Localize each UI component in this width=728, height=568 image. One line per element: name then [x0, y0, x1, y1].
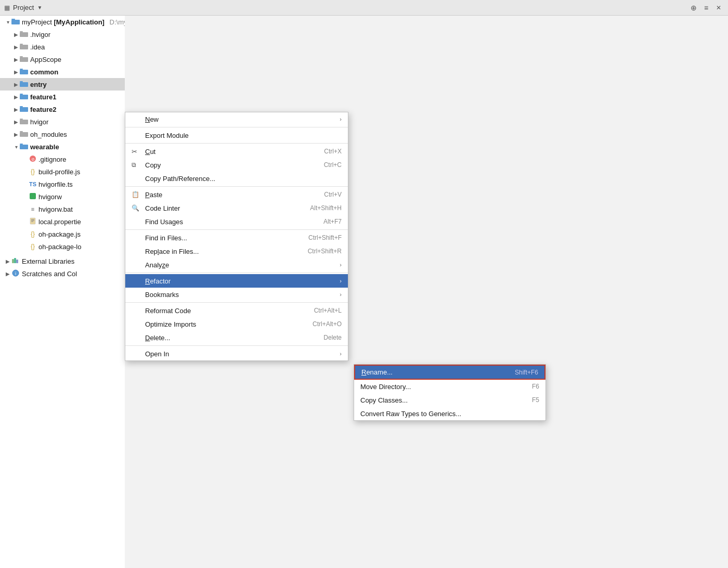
tree-item-appscope[interactable]: ▶ AppScope — [0, 53, 125, 66]
new-label: New — [145, 115, 335, 123]
submenu-item-move-dir[interactable]: Move Directory... F6 — [354, 380, 545, 393]
menu-item-replace-files[interactable]: Replace in Files... Ctrl+Shift+R — [125, 244, 348, 258]
feature1-label: feature1 — [30, 93, 57, 101]
menu-item-find-usages[interactable]: Find Usages Alt+F7 — [125, 215, 348, 228]
tree-item-local-props[interactable]: local.propertie — [0, 215, 125, 228]
panel-title: Project — [13, 4, 34, 11]
menu-item-delete[interactable]: Delete... Delete — [125, 331, 348, 344]
menu-item-bookmarks[interactable]: Bookmarks › — [125, 288, 348, 301]
menu-item-new[interactable]: New › — [125, 112, 348, 126]
root-chevron: ▾ — [4, 18, 11, 25]
delete-label: Delete... — [145, 334, 303, 342]
wearable-folder-icon — [20, 143, 28, 151]
hvigorw-label: hvigorw — [38, 193, 62, 201]
tree-item-wearable[interactable]: ▾ wearable — [0, 140, 125, 153]
reformat-shortcut: Ctrl+Alt+L — [314, 307, 342, 314]
svg-rect-5 — [20, 45, 28, 49]
tree-item-build-profile[interactable]: {} build-profile.js — [0, 165, 125, 178]
oh-modules-folder-icon — [20, 130, 28, 138]
menu-item-optimize[interactable]: Optimize Imports Ctrl+Alt+O — [125, 317, 348, 331]
submenu-item-rename[interactable]: Rename... Shift+F6 — [354, 365, 545, 380]
svg-rect-0 — [11, 19, 15, 20]
hvigor-folder-icon — [20, 30, 28, 38]
tree-item-common[interactable]: ▶ common — [0, 66, 125, 78]
feature2-chevron: ▶ — [12, 106, 20, 113]
tree-item-oh-modules[interactable]: ▶ oh_modules — [0, 128, 125, 140]
copy-path-label: Copy Path/Reference... — [145, 175, 342, 183]
submenu-item-convert-raw[interactable]: Convert Raw Types to Generics... — [354, 407, 545, 420]
local-props-label: local.propertie — [38, 218, 81, 226]
submenu-item-copy-classes[interactable]: Copy Classes... F5 — [354, 393, 545, 407]
tree-item-hvigorfile[interactable]: TS hvigorfile.ts — [0, 178, 125, 190]
sep-7 — [125, 345, 348, 346]
menu-item-paste[interactable]: 📋 Paste Ctrl+V — [125, 188, 348, 201]
tree-item-hvigorw-bat[interactable]: ≡ hvigorw.bat — [0, 203, 125, 215]
build-profile-label: build-profile.js — [38, 168, 80, 176]
svg-rect-2 — [20, 31, 23, 32]
refactor-label: Refactor — [145, 277, 335, 285]
tree-item-hvigor2[interactable]: ▶ hvigor — [0, 115, 125, 128]
ext-libs-icon — [11, 257, 20, 265]
menu-item-cut[interactable]: ✂ Cut Ctrl+X — [125, 145, 348, 158]
svg-rect-29 — [12, 259, 14, 263]
feature2-folder-icon — [20, 105, 28, 113]
close-icon[interactable]: ✕ — [713, 3, 724, 13]
tree-item-idea[interactable]: ▶ .idea — [0, 41, 125, 53]
menu-item-reformat[interactable]: Reformat Code Ctrl+Alt+L — [125, 304, 348, 317]
idea-chevron: ▶ — [12, 43, 20, 50]
hvigor-label: .hvigor — [30, 31, 50, 38]
open-in-label: Open In — [145, 350, 335, 358]
analyze-arrow: › — [340, 262, 342, 268]
common-folder-icon — [20, 68, 28, 76]
common-chevron: ▶ — [12, 68, 20, 75]
svg-rect-31 — [16, 260, 18, 263]
oh-modules-label: oh_modules — [30, 131, 67, 138]
sep-3 — [125, 186, 348, 187]
panel-dropdown-icon[interactable]: ▼ — [37, 5, 42, 10]
copy-classes-label: Copy Classes... — [360, 396, 522, 404]
svg-rect-11 — [20, 82, 28, 87]
svg-rect-25 — [30, 218, 35, 224]
tree-item-feature2[interactable]: ▶ feature2 — [0, 103, 125, 115]
tree-item-external-libs[interactable]: ▶ External Libraries — [0, 255, 125, 267]
svg-rect-17 — [20, 120, 28, 124]
menu-item-copy[interactable]: ⧉ Copy Ctrl+C — [125, 158, 348, 172]
scratches-label: Scratches and Col — [22, 270, 77, 278]
move-dir-label: Move Directory... — [360, 383, 522, 391]
cut-label: Cut — [145, 148, 303, 156]
wearable-chevron: ▾ — [12, 143, 20, 150]
analyze-label: Analyze — [145, 261, 335, 269]
lines-icon[interactable]: ≡ — [701, 3, 711, 13]
menu-item-analyze[interactable]: Analyze › — [125, 258, 348, 272]
tree-item-oh-package-lo[interactable]: {} oh-package-lo — [0, 240, 125, 253]
build-profile-icon: {} — [29, 168, 36, 175]
tree-item-feature1[interactable]: ▶ feature1 — [0, 91, 125, 103]
menu-item-find-files[interactable]: Find in Files... Ctrl+Shift+F — [125, 231, 348, 244]
hvigor-chevron: ▶ — [12, 31, 20, 38]
bookmarks-arrow: › — [340, 291, 342, 298]
svg-rect-12 — [20, 94, 23, 95]
menu-item-open-in[interactable]: Open In › — [125, 347, 348, 360]
tree-item-gitignore[interactable]: ⊘ .gitignore — [0, 153, 125, 165]
menu-item-refactor[interactable]: Refactor › — [125, 274, 348, 288]
menu-item-copy-path[interactable]: Copy Path/Reference... — [125, 172, 348, 185]
sep-1 — [125, 127, 348, 127]
svg-rect-9 — [20, 70, 28, 74]
tree-item-scratches[interactable]: ▶ i Scratches and Col — [0, 267, 125, 280]
refactor-arrow: › — [340, 278, 342, 284]
ext-libs-chevron: ▶ — [4, 257, 11, 265]
crosshair-icon[interactable]: ⊕ — [688, 3, 699, 13]
tree-item-oh-package-js[interactable]: {} oh-package.js — [0, 228, 125, 240]
tree-item-entry[interactable]: ▶ entry — [0, 78, 125, 91]
appscope-chevron: ▶ — [12, 56, 20, 63]
appscope-folder-icon — [20, 55, 28, 63]
copy-label: Copy — [145, 161, 303, 169]
tree-item-hvigor[interactable]: ▶ .hvigor — [0, 28, 125, 41]
tree-item-hvigorw[interactable]: hvigorw — [0, 190, 125, 203]
entry-label: entry — [30, 81, 47, 88]
paste-label: Paste — [145, 191, 303, 199]
hvigorw-bat-icon: ≡ — [29, 206, 36, 212]
menu-item-code-linter[interactable]: 🔍 Code Linter Alt+Shift+H — [125, 201, 348, 215]
tree-root[interactable]: ▾ myProject [MyApplication] D:\myProject — [0, 16, 125, 28]
menu-item-export[interactable]: Export Module — [125, 128, 348, 142]
